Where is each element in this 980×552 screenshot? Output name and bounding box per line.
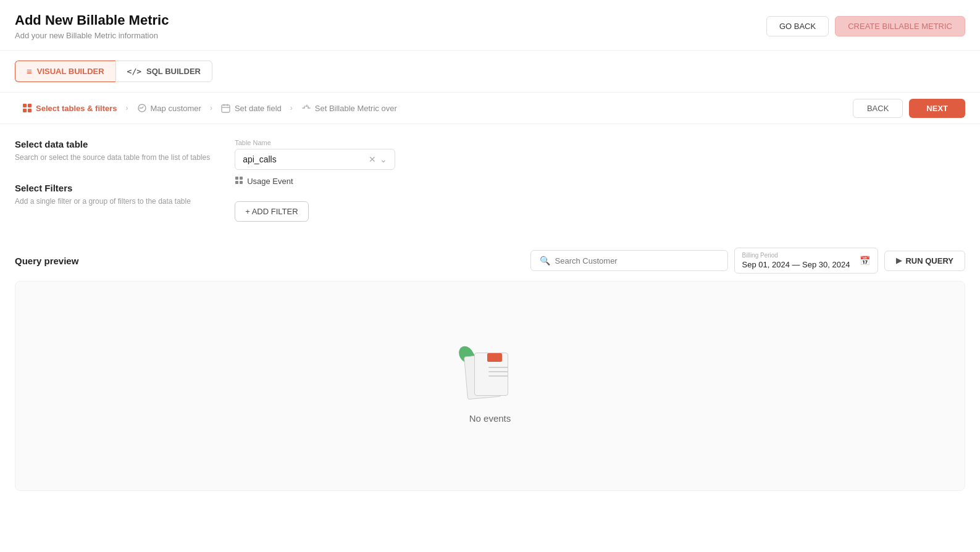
run-query-button[interactable]: ▶ RUN QUERY (884, 251, 965, 271)
select-data-table-title: Select data table (15, 139, 210, 149)
header-actions: GO BACK CREATE BILLABLE METRIC (766, 16, 965, 36)
paper-lines (488, 367, 508, 380)
svg-rect-7 (227, 104, 228, 106)
svg-rect-2 (23, 109, 27, 112)
svg-rect-9 (240, 177, 243, 180)
page-subtitle: Add your new Billable Metric information (15, 31, 169, 40)
calendar-icon (221, 103, 231, 113)
select-data-table-desc: Search or select the source data table f… (15, 152, 210, 163)
svg-rect-10 (235, 181, 238, 184)
usage-event-badge: Usage Event (235, 176, 965, 186)
query-preview-section: Query preview 🔍 Billing Period Sep 01, 2… (0, 248, 980, 506)
svg-rect-0 (23, 104, 27, 107)
back-step-button[interactable]: BACK (853, 99, 903, 118)
paper-line-3 (488, 375, 508, 377)
search-customer-input[interactable] (555, 256, 719, 266)
next-step-button[interactable]: NEXT (909, 99, 965, 118)
billing-period-block: Billing Period Sep 01, 2024 — Sep 30, 20… (742, 252, 850, 269)
filters-block: + ADD FILTER (235, 201, 965, 222)
go-back-button[interactable]: GO BACK (766, 16, 829, 36)
page-header: Add New Billable Metric Add your new Bil… (0, 0, 980, 51)
step-arrow-2: › (210, 104, 212, 112)
paper-front (474, 353, 508, 396)
main-content: Select data table Search or select the s… (0, 124, 980, 248)
tab-sql-builder[interactable]: </> SQL BUILDER (115, 61, 212, 82)
add-filter-button[interactable]: + ADD FILTER (235, 201, 308, 222)
table-name-label: Table Name (235, 139, 965, 146)
code-icon: </> (127, 67, 141, 76)
step-tables-label: Select tables & filters (36, 104, 117, 113)
query-preview-header: Query preview 🔍 Billing Period Sep 01, 2… (15, 248, 965, 274)
select-filters-title: Select Filters (15, 183, 210, 193)
list-icon: ≡ (27, 66, 32, 77)
builder-tabs: ≡ VISUAL BUILDER </> SQL BUILDER (0, 51, 980, 92)
calendar-picker-icon: 📅 (860, 256, 870, 266)
metric-icon (301, 103, 311, 113)
sql-builder-label: SQL BUILDER (146, 67, 201, 76)
step-arrow-1: › (126, 104, 128, 112)
step-date-label: Set date field (235, 104, 282, 113)
steps-left: Select tables & filters › Map customer › (15, 94, 404, 122)
right-controls: Table Name api_calls ✕ ⌄ Usage Ev (235, 139, 965, 233)
chevron-down-icon[interactable]: ⌄ (380, 154, 387, 164)
map-icon (137, 103, 147, 113)
no-events-illustration (466, 349, 515, 404)
svg-rect-3 (28, 109, 31, 112)
table-name-block: Table Name api_calls ✕ ⌄ Usage Ev (235, 139, 965, 186)
step-customer-label: Map customer (151, 104, 201, 113)
grid-icon (22, 103, 32, 113)
left-labels: Select data table Search or select the s… (15, 139, 210, 233)
play-icon: ▶ (896, 256, 902, 265)
step-set-metric[interactable]: Set Billable Metric over (294, 94, 404, 122)
steps-bar: Select tables & filters › Map customer › (0, 92, 980, 124)
paper-line-1 (488, 367, 508, 368)
search-icon: 🔍 (540, 256, 550, 266)
table-name-select[interactable]: api_calls ✕ ⌄ (235, 149, 395, 170)
select-filters-desc: Add a single filter or a group of filter… (15, 196, 210, 207)
page-title-block: Add New Billable Metric Add your new Bil… (15, 12, 169, 40)
table-select-icons: ✕ ⌄ (369, 154, 387, 164)
query-preview-title: Query preview (15, 256, 78, 266)
tab-visual-builder[interactable]: ≡ VISUAL BUILDER (15, 61, 115, 82)
query-result-area: No events (15, 281, 965, 491)
step-date-field[interactable]: Set date field (214, 94, 289, 122)
clear-icon[interactable]: ✕ (369, 154, 376, 164)
svg-rect-8 (235, 177, 238, 180)
svg-rect-5 (222, 105, 230, 112)
select-data-table-section: Select data table Search or select the s… (15, 139, 210, 163)
step-metric-label: Set Billable Metric over (315, 104, 397, 113)
step-map-customer[interactable]: Map customer (130, 94, 209, 122)
billing-period-label: Billing Period (742, 252, 850, 259)
steps-right: BACK NEXT (853, 99, 965, 118)
visual-builder-label: VISUAL BUILDER (37, 67, 104, 76)
svg-rect-6 (224, 104, 225, 106)
no-events-text: No events (469, 413, 511, 424)
select-filters-section: Select Filters Add a single filter or a … (15, 183, 210, 207)
svg-rect-11 (240, 181, 243, 184)
page-title: Add New Billable Metric (15, 12, 169, 28)
search-customer-container[interactable]: 🔍 (530, 250, 728, 271)
step-arrow-3: › (290, 104, 293, 112)
usage-event-label: Usage Event (247, 177, 293, 186)
grid-small-icon (235, 176, 243, 186)
billing-period-value: Sep 01, 2024 — Sep 30, 2024 (742, 260, 850, 269)
billing-period-picker[interactable]: Billing Period Sep 01, 2024 — Sep 30, 20… (734, 248, 879, 274)
table-name-value: api_calls (243, 154, 364, 164)
paper-line-2 (488, 371, 508, 372)
run-query-label: RUN QUERY (905, 256, 953, 266)
create-billable-metric-button[interactable]: CREATE BILLABLE METRIC (835, 16, 965, 36)
paper-clip (487, 353, 502, 362)
step-tables-filters[interactable]: Select tables & filters (15, 94, 125, 122)
svg-rect-1 (28, 104, 31, 107)
query-controls: 🔍 Billing Period Sep 01, 2024 — Sep 30, … (530, 248, 965, 274)
